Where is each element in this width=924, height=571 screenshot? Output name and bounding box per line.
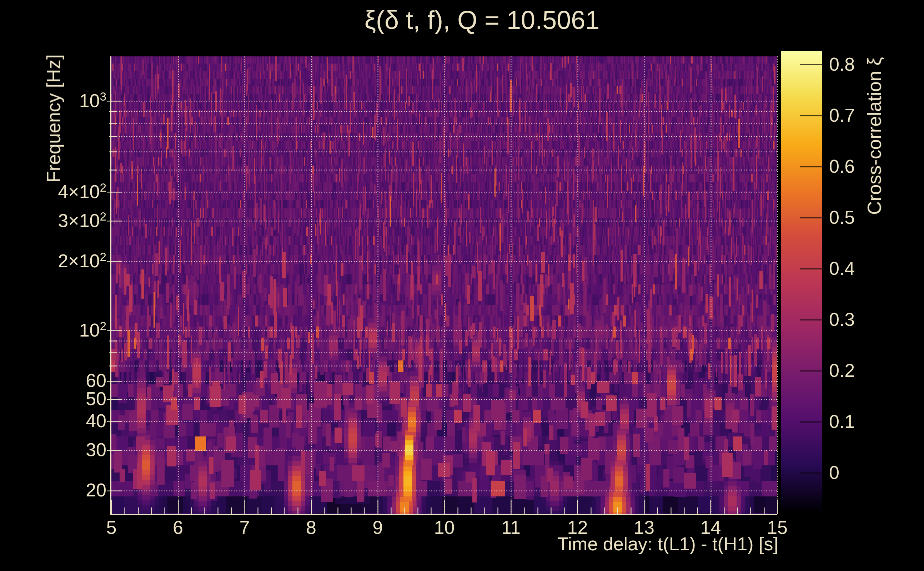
y-tick-label: 4×102 bbox=[28, 182, 107, 201]
x-tick-label: 12 bbox=[567, 518, 588, 537]
colorbar-tick-label: 0.1 bbox=[829, 412, 855, 431]
y-tick-label: 50 bbox=[28, 389, 107, 408]
chart-container: ξ(δ t, f), Q = 10.5061 Frequency [Hz] Ti… bbox=[0, 0, 924, 571]
x-tick-label: 9 bbox=[373, 518, 383, 537]
colorbar-title: Cross-correlation ξ bbox=[865, 57, 884, 215]
y-tick-label: 3×102 bbox=[28, 210, 107, 230]
y-tick-label: 103 bbox=[28, 90, 107, 110]
x-tick-label: 11 bbox=[501, 518, 521, 537]
colorbar-tick-label: 0.3 bbox=[829, 310, 855, 329]
colorbar-tick-label: 0.6 bbox=[829, 157, 855, 176]
colorbar-tick-label: 0.7 bbox=[829, 106, 855, 125]
y-axis-title: Frequency [Hz] bbox=[44, 54, 63, 182]
x-tick-label: 15 bbox=[767, 518, 788, 537]
x-tick-label: 10 bbox=[434, 518, 455, 537]
y-tick-label: 60 bbox=[28, 371, 107, 390]
colorbar-tick-label: 0.5 bbox=[829, 208, 855, 227]
x-tick-label: 6 bbox=[173, 518, 183, 537]
x-tick-label: 8 bbox=[306, 518, 316, 537]
chart-title: ξ(δ t, f), Q = 10.5061 bbox=[365, 7, 600, 33]
y-tick-label: 20 bbox=[28, 481, 107, 499]
x-tick-label: 14 bbox=[700, 518, 721, 537]
colorbar-tick-label: 0 bbox=[829, 463, 839, 482]
colorbar-tick-label: 0.8 bbox=[829, 55, 855, 74]
x-tick-label: 13 bbox=[634, 518, 654, 537]
y-tick-label: 2×102 bbox=[28, 251, 107, 270]
y-tick-label: 102 bbox=[28, 320, 107, 339]
y-tick-label: 40 bbox=[28, 412, 107, 430]
x-tick-label: 7 bbox=[239, 518, 250, 537]
colorbar-tick-label: 0.4 bbox=[829, 259, 855, 278]
x-axis-title: Time delay: t(L1) - t(H1) [s] bbox=[557, 535, 778, 553]
correlation-heatmap-canvas bbox=[0, 0, 924, 571]
x-tick-label: 5 bbox=[107, 518, 117, 537]
colorbar-tick-label: 0.2 bbox=[829, 361, 855, 380]
y-tick-label: 30 bbox=[28, 440, 107, 459]
